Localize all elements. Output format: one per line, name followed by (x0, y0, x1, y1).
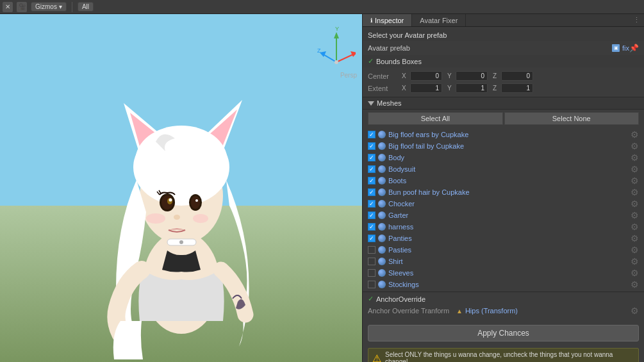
mesh-settings-icon[interactable]: ⚙ (631, 210, 639, 220)
avatar-prefab-row: Avatar prefab ▣ fix 📌 (363, 41, 644, 55)
apply-changes-button[interactable]: Apply Chances (368, 325, 639, 341)
svg-text:Y: Y (335, 27, 339, 32)
mesh-checkbox[interactable] (368, 188, 376, 196)
mesh-checkbox[interactable] (368, 142, 376, 150)
mesh-name-label: Pasties (388, 246, 628, 254)
select-none-button[interactable]: Select None (504, 112, 640, 125)
anchor-header: ✓ AnchorOverride (368, 295, 639, 303)
extent-y-input[interactable] (456, 83, 488, 93)
center-x-field: X (402, 71, 442, 81)
meshes-collapse-icon[interactable] (368, 101, 374, 106)
mesh-checkbox[interactable] (368, 258, 376, 265)
mesh-sphere-icon (378, 269, 386, 277)
mesh-sphere-icon (378, 154, 386, 161)
mesh-settings-icon[interactable]: ⚙ (631, 152, 639, 163)
mesh-checkbox[interactable] (368, 165, 376, 173)
mesh-name-label: Bodysuit (388, 165, 628, 173)
all-button[interactable]: All (78, 2, 94, 12)
mesh-settings-icon[interactable]: ⚙ (631, 187, 639, 197)
panel-tabs: ℹ Inspector Avatar Fixer ⋮ (363, 14, 644, 27)
select-all-button[interactable]: Select All (368, 112, 503, 125)
avatar-prefab-label: Avatar prefab (368, 44, 612, 52)
apply-section: Apply Chances (363, 321, 644, 345)
mesh-checkbox[interactable] (368, 269, 376, 277)
center-y-input[interactable] (456, 71, 488, 81)
extent-z-field: Z (493, 83, 533, 93)
mesh-checkbox[interactable] (368, 200, 376, 208)
bounds-boxes-label: Bounds Boxes (376, 58, 422, 65)
avatar-prefab-icon: ▣ (612, 44, 620, 52)
anchor-settings-icon[interactable]: ⚙ (631, 306, 639, 316)
anchor-section: ✓ AnchorOverride Anchor Override Tranfor… (363, 292, 644, 321)
tab-avatar-fixer[interactable]: Avatar Fixer (412, 14, 466, 26)
mesh-sphere-icon (378, 211, 386, 219)
select-avatar-label: Select your Avatar prefab (368, 31, 447, 39)
mesh-checkbox[interactable] (368, 154, 376, 161)
avatar-prefab-value[interactable]: ▣ fix (612, 44, 629, 52)
svg-marker-24 (334, 32, 339, 38)
anchor-transform-row: Anchor Override Tranform ▲ Hips (Transfo… (368, 306, 639, 316)
extent-y-field: Y (447, 83, 488, 93)
mesh-settings-icon[interactable]: ⚙ (631, 233, 639, 243)
mesh-name-label: Body (388, 154, 628, 161)
extent-x-input[interactable] (410, 83, 442, 93)
scene-view[interactable]: Y X Z Persp (0, 14, 362, 362)
mesh-sphere-icon (378, 234, 386, 242)
mesh-item: Sleeves⚙ (363, 267, 644, 279)
svg-line-26 (336, 54, 354, 62)
mesh-checkbox[interactable] (368, 211, 376, 219)
bounds-section: Center X Y Z Extent (363, 67, 644, 97)
tab-inspector[interactable]: ℹ Inspector (363, 14, 412, 26)
extent-z-axis: Z (493, 85, 499, 92)
svg-marker-27 (351, 51, 356, 57)
mesh-settings-icon[interactable]: ⚙ (631, 129, 639, 140)
mesh-checkbox[interactable] (368, 131, 376, 138)
svg-point-8 (135, 126, 227, 196)
inspector-tab-label: Inspector (375, 17, 404, 24)
svg-point-20 (193, 214, 208, 223)
svg-text:Z: Z (317, 47, 321, 54)
mesh-sphere-icon (378, 142, 386, 150)
mesh-checkbox[interactable] (368, 223, 376, 231)
mesh-name-label: Stockings (388, 281, 628, 288)
extent-x-axis: X (402, 85, 408, 92)
gizmos-button[interactable]: Gizmos ▾ (31, 2, 67, 12)
meshes-title: Meshes (368, 99, 402, 107)
mesh-item: Boots⚙ (363, 175, 644, 186)
mesh-settings-icon[interactable]: ⚙ (631, 268, 639, 278)
mesh-checkbox[interactable] (368, 246, 376, 254)
center-z-axis: Z (493, 72, 499, 79)
center-z-input[interactable] (501, 71, 533, 81)
mesh-name-label: Big floof tail by Cupkake (388, 142, 628, 150)
mesh-checkbox[interactable] (368, 177, 376, 185)
panel-menu-dots[interactable]: ⋮ (629, 16, 644, 24)
select-buttons-row: Select All Select None (368, 112, 639, 125)
mesh-sphere-icon (378, 188, 386, 196)
mesh-checkbox[interactable] (368, 281, 376, 288)
center-x-input[interactable] (410, 71, 442, 81)
mesh-settings-icon[interactable]: ⚙ (631, 176, 639, 186)
mesh-settings-icon[interactable]: ⚙ (631, 245, 639, 255)
mesh-settings-icon[interactable]: ⚙ (631, 141, 639, 151)
mesh-list: Big floof ears by Cupkake⚙Big floof tail… (363, 128, 644, 292)
mesh-settings-icon[interactable]: ⚙ (631, 164, 639, 174)
close-icon[interactable]: ✕ (3, 2, 13, 12)
mesh-sphere-icon (378, 177, 386, 185)
center-y-field: Y (447, 71, 488, 81)
mesh-sphere-icon (378, 258, 386, 265)
camera-icon[interactable]: 🎥 (17, 2, 27, 12)
pin-button[interactable]: 📌 (629, 44, 639, 53)
mesh-settings-icon[interactable]: ⚙ (631, 222, 639, 232)
extent-x-field: X (402, 83, 442, 93)
mesh-checkbox[interactable] (368, 234, 376, 242)
mesh-name-label: Shirt (388, 258, 628, 265)
mesh-item: Big floof tail by Cupkake⚙ (363, 140, 644, 152)
mesh-name-label: harness (388, 223, 628, 231)
mesh-settings-icon[interactable]: ⚙ (631, 279, 639, 290)
center-z-field: Z (493, 71, 533, 81)
mesh-item: Stockings⚙ (363, 279, 644, 290)
svg-point-15 (195, 199, 198, 202)
mesh-settings-icon[interactable]: ⚙ (631, 256, 639, 267)
extent-z-input[interactable] (501, 83, 533, 93)
mesh-settings-icon[interactable]: ⚙ (631, 199, 639, 209)
